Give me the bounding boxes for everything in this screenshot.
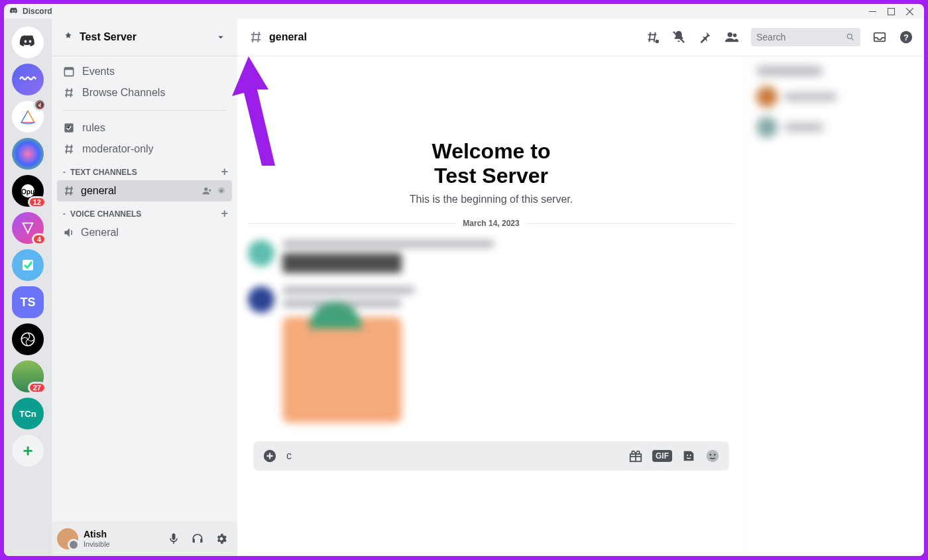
moderator-channel[interactable]: moderator-only	[57, 139, 232, 160]
hash-icon	[62, 184, 76, 197]
rules-channel[interactable]: rules	[57, 117, 232, 139]
channel-sidebar: Test Server Events Browse Channels rules…	[52, 19, 237, 556]
home-button[interactable]	[12, 27, 44, 58]
calendar-icon	[62, 65, 76, 78]
server-item[interactable]	[12, 323, 44, 355]
hash-browse-icon	[62, 86, 76, 99]
svg-point-25	[709, 454, 711, 456]
svg-line-16	[852, 38, 854, 40]
svg-point-26	[714, 454, 716, 456]
search-input[interactable]	[751, 28, 860, 46]
server-item-active[interactable]: TS	[12, 286, 44, 318]
server-item[interactable]	[12, 249, 44, 281]
svg-point-22	[687, 455, 688, 456]
server-rail: 〰 🔇 Opu12 4 TS 27 TCn +	[4, 19, 52, 556]
mute-icon: 🔇	[33, 98, 46, 111]
server-item[interactable]: 🔇	[12, 101, 44, 133]
notifications-button[interactable]	[671, 30, 686, 44]
gift-icon[interactable]	[628, 449, 643, 463]
message-input[interactable]: c GIF	[253, 441, 729, 471]
server-item[interactable]: 〰	[12, 64, 44, 95]
chevron-down-icon	[215, 31, 227, 43]
member-list	[745, 56, 924, 556]
user-info[interactable]: AtishInvisible	[84, 530, 110, 547]
svg-rect-0	[869, 11, 876, 12]
svg-rect-4	[23, 260, 33, 270]
sticker-icon[interactable]	[681, 449, 696, 463]
user-panel: AtishInvisible	[52, 522, 237, 556]
svg-point-14	[733, 34, 737, 38]
blurred-messages	[248, 240, 734, 436]
inbox-button[interactable]	[872, 30, 887, 44]
server-header[interactable]: Test Server	[52, 19, 237, 56]
general-channel[interactable]: general	[57, 180, 232, 201]
welcome-message: Welcome toTest Server This is the beginn…	[248, 139, 734, 205]
svg-text:?: ?	[903, 32, 909, 42]
titlebar: Discord	[4, 4, 924, 19]
boost-icon	[62, 31, 74, 43]
help-button[interactable]: ?	[899, 30, 913, 44]
unread-badge: 12	[28, 196, 46, 208]
svg-point-9	[204, 188, 207, 191]
svg-text:Opu: Opu	[21, 188, 34, 196]
browse-channels-button[interactable]: Browse Channels	[57, 82, 232, 103]
channel-title: general	[269, 31, 307, 43]
search-icon	[846, 32, 855, 42]
hash-icon	[62, 142, 76, 156]
discord-logo-icon	[19, 33, 37, 52]
server-item[interactable]: Opu12	[12, 175, 44, 207]
svg-rect-1	[888, 8, 894, 15]
gif-icon[interactable]: GIF	[652, 450, 672, 462]
server-item[interactable]: 4	[12, 212, 44, 244]
add-server-button[interactable]: +	[12, 435, 44, 467]
server-name: Test Server	[80, 31, 137, 43]
chevron-down-icon	[61, 211, 68, 217]
invite-icon[interactable]	[202, 186, 212, 196]
chat-area: general ? Welcome toTest Server This is …	[237, 19, 924, 556]
chevron-down-icon	[61, 169, 68, 176]
svg-point-13	[728, 32, 732, 37]
pinned-button[interactable]	[698, 30, 713, 44]
events-button[interactable]: Events	[57, 61, 232, 82]
discord-logo-icon	[9, 7, 19, 16]
settings-button[interactable]	[211, 528, 232, 549]
gear-icon[interactable]	[216, 186, 227, 196]
close-button[interactable]	[900, 4, 919, 19]
server-item[interactable]	[12, 138, 44, 170]
unread-badge: 4	[32, 233, 46, 245]
memberlist-button[interactable]	[725, 30, 739, 44]
maximize-button[interactable]	[882, 4, 900, 19]
channel-header: general ?	[237, 19, 924, 56]
server-item[interactable]: TCn	[12, 398, 44, 429]
svg-point-24	[707, 450, 719, 462]
voice-general-channel[interactable]: General	[57, 222, 232, 243]
text-channels-category[interactable]: Text Channels+	[57, 160, 232, 180]
add-channel-button[interactable]: +	[221, 207, 228, 221]
unread-badge: 27	[28, 382, 46, 394]
hash-icon	[248, 29, 264, 45]
svg-point-11	[656, 40, 660, 43]
mute-button[interactable]	[163, 528, 184, 549]
server-item[interactable]: 27	[12, 361, 44, 392]
date-divider: March 14, 2023	[248, 219, 734, 228]
svg-rect-7	[64, 68, 73, 70]
svg-point-15	[847, 34, 852, 38]
rules-icon	[62, 121, 76, 135]
add-channel-button[interactable]: +	[221, 165, 228, 179]
avatar[interactable]	[57, 528, 78, 549]
window-title: Discord	[23, 7, 52, 16]
voice-channels-category[interactable]: Voice Channels+	[57, 201, 232, 222]
minimize-button[interactable]	[863, 4, 882, 19]
threads-button[interactable]	[645, 30, 660, 44]
emoji-icon[interactable]	[705, 449, 720, 463]
attach-icon[interactable]	[262, 449, 277, 463]
speaker-icon	[62, 226, 76, 239]
deafen-button[interactable]	[187, 528, 208, 549]
svg-point-23	[690, 455, 691, 456]
